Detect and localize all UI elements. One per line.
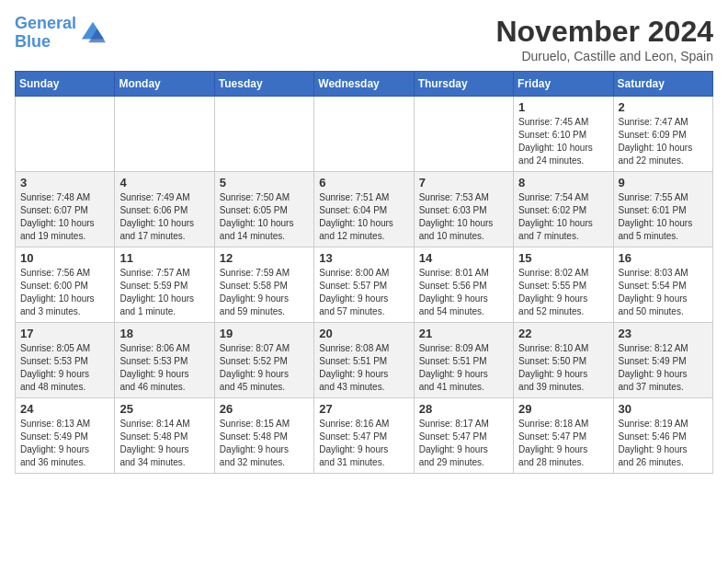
calendar-cell: 14Sunrise: 8:01 AM Sunset: 5:56 PM Dayli… (414, 247, 513, 323)
day-detail: Sunrise: 8:17 AM Sunset: 5:47 PM Dayligh… (419, 419, 489, 467)
calendar-cell: 3Sunrise: 7:48 AM Sunset: 6:07 PM Daylig… (16, 172, 115, 247)
day-detail: Sunrise: 8:19 AM Sunset: 5:46 PM Dayligh… (619, 419, 688, 467)
day-detail: Sunrise: 8:15 AM Sunset: 5:48 PM Dayligh… (220, 419, 290, 467)
day-detail: Sunrise: 8:08 AM Sunset: 5:51 PM Dayligh… (319, 343, 389, 392)
day-number: 20 (319, 327, 408, 340)
day-detail: Sunrise: 8:16 AM Sunset: 5:47 PM Dayligh… (319, 419, 389, 467)
day-detail: Sunrise: 7:56 AM Sunset: 6:00 PM Dayligh… (20, 268, 95, 316)
header: GeneralBlue November 2024 Duruelo, Casti… (15, 15, 713, 63)
calendar-cell: 1Sunrise: 7:45 AM Sunset: 6:10 PM Daylig… (514, 97, 613, 172)
day-number: 16 (619, 251, 708, 265)
day-detail: Sunrise: 7:47 AM Sunset: 6:09 PM Dayligh… (619, 117, 693, 166)
calendar-cell (115, 97, 214, 172)
day-number: 21 (419, 327, 508, 340)
calendar-cell: 6Sunrise: 7:51 AM Sunset: 6:04 PM Daylig… (314, 172, 414, 247)
calendar-cell: 4Sunrise: 7:49 AM Sunset: 6:06 PM Daylig… (115, 172, 214, 247)
day-number: 10 (20, 251, 109, 265)
day-number: 15 (518, 251, 608, 265)
day-number: 29 (518, 402, 608, 416)
day-detail: Sunrise: 8:00 AM Sunset: 5:57 PM Dayligh… (319, 268, 389, 316)
calendar-cell: 12Sunrise: 7:59 AM Sunset: 5:58 PM Dayli… (214, 247, 313, 323)
calendar-cell: 20Sunrise: 8:08 AM Sunset: 5:51 PM Dayli… (314, 323, 414, 398)
calendar-table: SundayMondayTuesdayWednesdayThursdayFrid… (15, 71, 713, 474)
day-detail: Sunrise: 8:07 AM Sunset: 5:52 PM Dayligh… (220, 343, 290, 392)
calendar-cell: 27Sunrise: 8:16 AM Sunset: 5:47 PM Dayli… (314, 398, 414, 474)
calendar-cell (414, 97, 513, 172)
day-detail: Sunrise: 7:50 AM Sunset: 6:05 PM Dayligh… (220, 192, 294, 241)
day-detail: Sunrise: 8:18 AM Sunset: 5:47 PM Dayligh… (518, 419, 588, 467)
day-detail: Sunrise: 7:54 AM Sunset: 6:02 PM Dayligh… (518, 192, 593, 241)
day-detail: Sunrise: 7:45 AM Sunset: 6:10 PM Dayligh… (518, 117, 593, 166)
day-number: 5 (220, 176, 309, 190)
day-detail: Sunrise: 8:03 AM Sunset: 5:54 PM Dayligh… (619, 268, 688, 316)
calendar-cell: 10Sunrise: 7:56 AM Sunset: 6:00 PM Dayli… (16, 247, 115, 323)
day-detail: Sunrise: 8:10 AM Sunset: 5:50 PM Dayligh… (518, 343, 588, 392)
calendar-cell: 28Sunrise: 8:17 AM Sunset: 5:47 PM Dayli… (414, 398, 513, 474)
day-of-week-header: Thursday (414, 72, 513, 97)
calendar-cell (214, 97, 313, 172)
calendar-cell: 21Sunrise: 8:09 AM Sunset: 5:51 PM Dayli… (414, 323, 513, 398)
day-number: 24 (20, 402, 109, 416)
day-number: 13 (319, 251, 408, 265)
calendar-cell: 7Sunrise: 7:53 AM Sunset: 6:03 PM Daylig… (414, 172, 513, 247)
day-number: 26 (220, 402, 309, 416)
day-of-week-header: Saturday (613, 72, 712, 97)
day-number: 17 (20, 327, 109, 340)
day-number: 28 (419, 402, 508, 416)
day-of-week-header: Monday (115, 72, 214, 97)
calendar-cell: 25Sunrise: 8:14 AM Sunset: 5:48 PM Dayli… (115, 398, 214, 474)
day-of-week-header: Wednesday (314, 72, 414, 97)
day-number: 9 (619, 176, 708, 190)
day-number: 8 (518, 176, 608, 190)
location-subtitle: Duruelo, Castille and Leon, Spain (495, 49, 713, 63)
calendar-cell: 13Sunrise: 8:00 AM Sunset: 5:57 PM Dayli… (314, 247, 414, 323)
day-detail: Sunrise: 7:49 AM Sunset: 6:06 PM Dayligh… (119, 192, 194, 241)
day-number: 14 (419, 251, 508, 265)
day-number: 22 (518, 327, 608, 340)
day-detail: Sunrise: 8:02 AM Sunset: 5:55 PM Dayligh… (518, 268, 588, 316)
day-number: 7 (419, 176, 508, 190)
calendar-cell: 5Sunrise: 7:50 AM Sunset: 6:05 PM Daylig… (214, 172, 313, 247)
day-number: 12 (220, 251, 309, 265)
logo-icon (80, 20, 106, 46)
calendar-body: 1Sunrise: 7:45 AM Sunset: 6:10 PM Daylig… (16, 97, 713, 474)
calendar-cell: 8Sunrise: 7:54 AM Sunset: 6:02 PM Daylig… (514, 172, 613, 247)
calendar-cell: 24Sunrise: 8:13 AM Sunset: 5:49 PM Dayli… (16, 398, 115, 474)
day-of-week-header: Sunday (16, 72, 115, 97)
day-number: 1 (518, 100, 608, 114)
day-of-week-header: Friday (514, 72, 613, 97)
day-detail: Sunrise: 7:51 AM Sunset: 6:04 PM Dayligh… (319, 192, 393, 241)
day-detail: Sunrise: 7:53 AM Sunset: 6:03 PM Dayligh… (419, 192, 494, 241)
day-number: 3 (20, 176, 109, 190)
day-number: 30 (619, 402, 708, 416)
day-of-week-header: Tuesday (214, 72, 313, 97)
day-detail: Sunrise: 8:05 AM Sunset: 5:53 PM Dayligh… (20, 343, 90, 392)
calendar-week-row: 17Sunrise: 8:05 AM Sunset: 5:53 PM Dayli… (16, 323, 713, 398)
day-number: 2 (619, 100, 708, 114)
calendar-cell: 15Sunrise: 8:02 AM Sunset: 5:55 PM Dayli… (514, 247, 613, 323)
day-number: 25 (119, 402, 209, 416)
calendar-cell: 9Sunrise: 7:55 AM Sunset: 6:01 PM Daylig… (613, 172, 712, 247)
day-number: 11 (119, 251, 209, 265)
day-detail: Sunrise: 8:14 AM Sunset: 5:48 PM Dayligh… (119, 419, 189, 467)
calendar-week-row: 24Sunrise: 8:13 AM Sunset: 5:49 PM Dayli… (16, 398, 713, 474)
day-detail: Sunrise: 7:55 AM Sunset: 6:01 PM Dayligh… (619, 192, 693, 241)
calendar-cell: 26Sunrise: 8:15 AM Sunset: 5:48 PM Dayli… (214, 398, 313, 474)
day-number: 18 (119, 327, 209, 340)
calendar-cell: 17Sunrise: 8:05 AM Sunset: 5:53 PM Dayli… (16, 323, 115, 398)
day-detail: Sunrise: 7:48 AM Sunset: 6:07 PM Dayligh… (20, 192, 95, 241)
day-detail: Sunrise: 8:09 AM Sunset: 5:51 PM Dayligh… (419, 343, 489, 392)
calendar-cell: 29Sunrise: 8:18 AM Sunset: 5:47 PM Dayli… (514, 398, 613, 474)
calendar-cell: 19Sunrise: 8:07 AM Sunset: 5:52 PM Dayli… (214, 323, 313, 398)
calendar-cell: 23Sunrise: 8:12 AM Sunset: 5:49 PM Dayli… (613, 323, 712, 398)
day-number: 4 (119, 176, 209, 190)
day-detail: Sunrise: 8:01 AM Sunset: 5:56 PM Dayligh… (419, 268, 489, 316)
calendar-cell: 2Sunrise: 7:47 AM Sunset: 6:09 PM Daylig… (613, 97, 712, 172)
calendar-cell: 18Sunrise: 8:06 AM Sunset: 5:53 PM Dayli… (115, 323, 214, 398)
day-number: 6 (319, 176, 408, 190)
calendar-cell: 30Sunrise: 8:19 AM Sunset: 5:46 PM Dayli… (613, 398, 712, 474)
calendar-cell: 11Sunrise: 7:57 AM Sunset: 5:59 PM Dayli… (115, 247, 214, 323)
calendar-week-row: 1Sunrise: 7:45 AM Sunset: 6:10 PM Daylig… (16, 97, 713, 172)
calendar-cell: 16Sunrise: 8:03 AM Sunset: 5:54 PM Dayli… (613, 247, 712, 323)
month-title: November 2024 (495, 15, 713, 49)
